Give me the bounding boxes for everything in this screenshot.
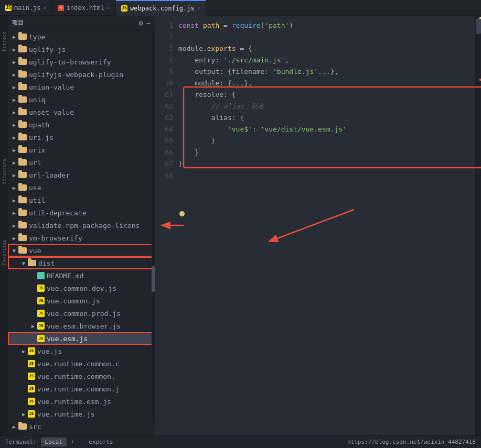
tree-item-url-loader[interactable]: url-loader bbox=[8, 169, 155, 181]
tree-label-use: use bbox=[29, 184, 41, 192]
line-num-4: 4 bbox=[155, 54, 173, 66]
tree-item-vue-runtime-common2[interactable]: JSvue.runtime.common. bbox=[8, 370, 155, 383]
tree-item-uniq[interactable]: uniq bbox=[8, 93, 155, 106]
tree-item-readme-md[interactable]: README.md bbox=[8, 269, 155, 282]
tree-item-vue-runtime-common-j[interactable]: JSvue.runtime.common.j bbox=[8, 383, 155, 395]
terminal-local[interactable]: Local bbox=[41, 438, 67, 446]
tree-label-validate-npm-package-license: validate-npm-package-licens bbox=[29, 222, 140, 230]
tree-item-util[interactable]: util bbox=[8, 194, 155, 206]
tree-label-util-deprecate: util-deprecate bbox=[29, 209, 87, 217]
tree-item-vue-js[interactable]: JSvue.js bbox=[8, 345, 155, 357]
sidebar-title: 项目 bbox=[12, 19, 24, 27]
tree-item-vue-esm-browser[interactable]: JSvue.esm.browser.js bbox=[8, 320, 155, 332]
tree-arrow-union-value bbox=[10, 83, 18, 91]
code-line-4: entry: './src/main.js', bbox=[178, 54, 471, 66]
code-line-62: // alias：别名 bbox=[178, 101, 471, 112]
tree-label-url: url bbox=[29, 159, 41, 167]
tree-item-vm-browserify[interactable]: vm-browserify bbox=[8, 232, 155, 244]
strip-structure[interactable]: Structure bbox=[2, 159, 7, 184]
tree-label-url-loader: url-loader bbox=[29, 171, 70, 179]
tree-item-vue[interactable]: vue bbox=[8, 244, 155, 257]
folder-icon-type bbox=[18, 34, 27, 40]
tab-close-webpack[interactable]: ✕ bbox=[197, 5, 200, 11]
tree-arrow-type bbox=[10, 32, 18, 41]
tree-arrow-src bbox=[10, 422, 18, 431]
js-icon-active: JS bbox=[121, 5, 127, 12]
tree-item-upath[interactable]: upath bbox=[8, 118, 155, 131]
tab-close-index-html[interactable]: ✕ bbox=[107, 5, 110, 10]
line-num-63: 63 bbox=[155, 112, 173, 124]
minimap bbox=[475, 16, 481, 435]
tab-index-html[interactable]: H index.html ✕ bbox=[52, 0, 116, 16]
settings-icon[interactable]: ⚙ bbox=[138, 19, 143, 27]
tree-item-unset-value[interactable]: unset-value bbox=[8, 106, 155, 118]
tree-item-vue-common-prod[interactable]: JSvue.common.prod.js bbox=[8, 307, 155, 320]
tree-item-uri-js[interactable]: uri-js bbox=[8, 131, 155, 144]
tree-item-src[interactable]: src bbox=[8, 420, 155, 433]
tree-item-type[interactable]: type bbox=[8, 30, 155, 43]
js-icon: JS bbox=[5, 5, 12, 11]
tree-label-src: src bbox=[29, 423, 41, 431]
code-body[interactable]: const path = require('path')module.expor… bbox=[178, 16, 475, 435]
tree-arrow-util bbox=[10, 196, 18, 204]
tree-arrow-vue bbox=[10, 246, 18, 255]
tree-item-vue-esm-js[interactable]: JSvue.esm.js bbox=[8, 332, 155, 345]
tree-item-util-deprecate[interactable]: util-deprecate bbox=[8, 206, 155, 219]
tree-item-vue-runtime-js[interactable]: JSvue.runtime.js bbox=[8, 408, 155, 420]
tree-label-vue-common: vue.common.js bbox=[47, 297, 100, 305]
code-line-10: module: {...}, bbox=[178, 78, 471, 89]
tree-arrow-url-loader bbox=[10, 171, 18, 179]
sidebar-header: 项目 ⚙ − bbox=[8, 16, 155, 30]
tree-label-vue: vue bbox=[29, 247, 41, 255]
tree-label-union-value: union-value bbox=[29, 83, 74, 91]
collapse-icon[interactable]: − bbox=[146, 19, 151, 27]
folder-icon-urix bbox=[18, 147, 27, 153]
tab-webpack-config[interactable]: JS webpack.config.js ✕ bbox=[116, 0, 206, 16]
folder-icon-use bbox=[18, 184, 27, 191]
tree-label-vue-runtime-common-j: vue.runtime.common.j bbox=[37, 385, 120, 393]
tree-item-uglify-js[interactable]: uglify-js bbox=[8, 43, 155, 56]
tree-arrow-uglify-js bbox=[10, 45, 18, 53]
tree-item-validate-npm-package-license[interactable]: validate-npm-package-licens bbox=[8, 219, 155, 232]
tree-item-urix[interactable]: urix bbox=[8, 144, 155, 156]
code-line-65: } bbox=[178, 135, 471, 147]
code-line-1: const path = require('path') bbox=[178, 20, 471, 31]
tree-item-vue-runtime-common[interactable]: JSvue.runtime.common.c bbox=[8, 357, 155, 370]
tree-label-util: util bbox=[29, 196, 45, 204]
terminal-add-icon[interactable]: + bbox=[71, 439, 74, 445]
js-file-icon-vue-runtime-common-j: JS bbox=[28, 385, 35, 392]
folder-icon-upath bbox=[18, 122, 27, 128]
code-line-64: 'vue$': 'vue/dist/vue.esm.js' bbox=[178, 124, 471, 135]
js-file-icon-vue-runtime-js: JS bbox=[28, 410, 35, 418]
tree-arrow-use bbox=[10, 183, 18, 192]
tab-close-main-js[interactable]: ✕ bbox=[44, 5, 47, 10]
tree-arrow-uniq bbox=[10, 95, 18, 104]
tree-item-vue-common[interactable]: JSvue.common.js bbox=[8, 294, 155, 307]
folder-icon-url bbox=[18, 159, 27, 166]
line-num-1: 1 bbox=[155, 20, 173, 31]
tree-item-vue-runtime-esm[interactable]: JSvue.runtime.esm.js bbox=[8, 395, 155, 408]
tree-label-vue-runtime-common: vue.runtime.common.c bbox=[37, 360, 120, 368]
sidebar-tree[interactable]: typeuglify-jsuglify-to-browserifyuglifyj… bbox=[8, 30, 155, 435]
status-exports: exports bbox=[89, 439, 113, 445]
tree-item-dist[interactable]: dist bbox=[8, 257, 155, 269]
tree-label-vm-browserify: vm-browserify bbox=[29, 234, 82, 242]
line-num-5: 5 bbox=[155, 66, 173, 78]
js-file-icon-vue-common-dev: JS bbox=[37, 285, 45, 292]
tree-item-url[interactable]: url bbox=[8, 156, 155, 169]
bottom-url: https://blog.csdn.net/weixin_44827418 bbox=[347, 439, 476, 445]
tree-arrow-uglify-to-browserify bbox=[10, 58, 18, 66]
tree-item-use[interactable]: use bbox=[8, 181, 155, 194]
tree-item-uglify-to-browserify[interactable]: uglify-to-browserify bbox=[8, 56, 155, 68]
strip-project[interactable]: Project bbox=[2, 31, 7, 51]
js-file-icon-vue-runtime-common2: JS bbox=[28, 373, 35, 380]
tree-label-type: type bbox=[29, 33, 45, 41]
folder-icon-uniq bbox=[18, 96, 27, 103]
tab-main-js[interactable]: JS main.js ✕ bbox=[0, 0, 52, 16]
tabs-bar: JS main.js ✕ H index.html ✕ JS webpack.c… bbox=[0, 0, 481, 16]
tree-item-vue-common-dev[interactable]: JSvue.common.dev.js bbox=[8, 282, 155, 294]
tree-item-union-value[interactable]: union-value bbox=[8, 81, 155, 93]
strip-favorites[interactable]: Favorites bbox=[2, 239, 7, 265]
code-line-63: alias: { bbox=[178, 112, 471, 124]
tree-item-uglifyjs-webpack-plugin[interactable]: uglifyjs-webpack-plugin bbox=[8, 68, 155, 81]
